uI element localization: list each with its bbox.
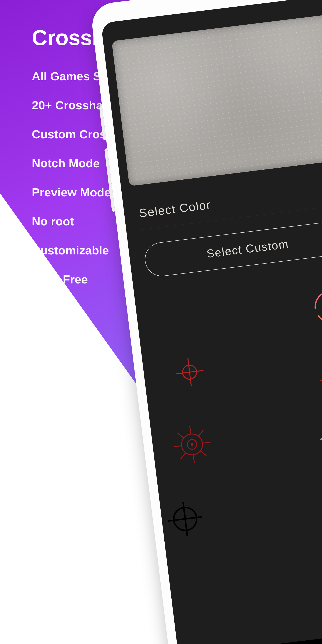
- svg-line-21: [174, 446, 182, 447]
- crosshair-scope-icon: [316, 354, 322, 402]
- crosshair-plus-icon: [316, 418, 322, 458]
- crosshair-grid: [150, 278, 322, 556]
- crosshair-preview-area[interactable]: [112, 14, 322, 186]
- svg-line-24: [200, 450, 206, 456]
- svg-line-22: [202, 442, 210, 443]
- crosshair-segmented-circle-icon: [310, 286, 322, 328]
- crosshair-starburst-icon: [170, 422, 214, 467]
- crosshair-circle-cross-icon: [164, 498, 206, 540]
- svg-line-20: [194, 455, 194, 463]
- svg-point-27: [191, 444, 193, 446]
- crosshair-option-6[interactable]: [164, 498, 206, 540]
- svg-line-25: [198, 430, 204, 436]
- crosshair-option-2[interactable]: [172, 354, 207, 390]
- select-custom-button[interactable]: Select Custom: [143, 219, 322, 278]
- section-label-select-color: Select Color: [138, 181, 322, 220]
- svg-line-26: [180, 452, 186, 459]
- svg-line-19: [190, 426, 191, 434]
- select-custom-button-label: Select Custom: [206, 237, 290, 260]
- svg-line-23: [178, 432, 184, 439]
- crosshair-option-4[interactable]: [170, 422, 214, 467]
- crosshair-simple-cross-icon: [172, 354, 207, 390]
- svg-line-10: [320, 380, 322, 381]
- crosshair-option-3[interactable]: [316, 354, 322, 402]
- crosshair-option-1[interactable]: [310, 286, 322, 328]
- svg-line-30: [321, 438, 322, 439]
- crosshair-option-5[interactable]: [316, 418, 322, 458]
